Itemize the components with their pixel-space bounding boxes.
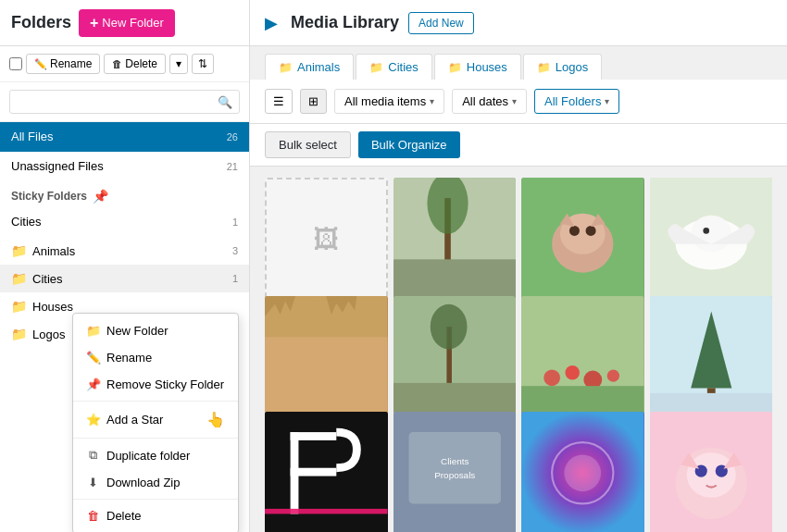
sidebar-item-unassigned[interactable]: Unassigned Files 21 <box>0 152 249 181</box>
tab-logos-label: Logos <box>556 60 588 74</box>
ctx-remove-sticky[interactable]: 📌 Remove Sticky Folder <box>73 371 238 398</box>
folder-label-cities: Cities <box>32 272 227 286</box>
ctx-download-zip[interactable]: ⬇ Download Zip <box>73 469 238 496</box>
all-folders-dropdown[interactable]: All Folders ▾ <box>534 89 619 114</box>
new-folder-button[interactable]: + New Folder <box>79 9 175 37</box>
search-wrap: 🔍 <box>9 90 240 114</box>
search-icon: 🔍 <box>218 95 232 109</box>
svg-point-12 <box>703 228 709 234</box>
new-folder-label: New Folder <box>102 16 163 30</box>
media-item[interactable] <box>521 296 644 419</box>
svg-text:Clients: Clients <box>441 456 468 466</box>
sort-arrow-button[interactable]: ▾ <box>169 54 188 74</box>
list-view-button[interactable]: ☰ <box>265 89 293 114</box>
svg-point-19 <box>543 370 560 387</box>
download-icon: ⬇ <box>86 476 99 489</box>
media-image <box>650 296 773 419</box>
media-image <box>265 296 388 419</box>
sidebar-item-all-files[interactable]: All Files 26 <box>0 122 249 152</box>
media-item[interactable] <box>650 412 773 532</box>
svg-rect-31 <box>291 467 337 476</box>
media-image <box>650 412 773 532</box>
sticky-cities-count: 1 <box>232 217 238 228</box>
delete-label: Delete <box>125 57 157 70</box>
tab-cities[interactable]: 📁 Cities <box>356 54 432 80</box>
tab-houses-label: Houses <box>467 60 507 74</box>
media-items-dropdown[interactable]: All media items ▾ <box>334 89 444 114</box>
grid-view-button[interactable]: ⊞ <box>300 89 327 114</box>
svg-point-39 <box>564 454 601 491</box>
media-items-label: All media items <box>344 94 426 108</box>
tab-animals-label: Animals <box>297 60 340 74</box>
tab-logos[interactable]: 📁 Logos <box>523 54 602 80</box>
folder-count-animals: 3 <box>232 245 238 256</box>
delete-button[interactable]: 🗑 Delete <box>104 54 166 74</box>
ctx-duplicate-label: Duplicate folder <box>106 449 190 463</box>
ctx-rename[interactable]: ✏️ Rename <box>73 344 238 371</box>
chevron-down-icon: ▾ <box>430 96 434 106</box>
wordpress-icon: ▶ <box>265 13 278 33</box>
search-input[interactable] <box>9 90 240 114</box>
action-row: Bulk select Bulk Organize <box>250 124 787 167</box>
folder-label-animals: Animals <box>32 244 227 258</box>
media-item[interactable] <box>265 412 388 532</box>
select-all-checkbox[interactable] <box>9 57 22 70</box>
bulk-select-button[interactable]: Bulk select <box>265 131 351 158</box>
context-menu: 📁 New Folder ✏️ Rename 📌 Remove Sticky F… <box>72 313 239 532</box>
tab-houses[interactable]: 📁 Houses <box>434 54 521 80</box>
toolbar-row: ☰ ⊞ All media items ▾ All dates ▾ All Fo… <box>250 80 787 124</box>
all-dates-dropdown[interactable]: All dates ▾ <box>452 89 527 114</box>
media-item[interactable]: 🖼 <box>265 178 388 301</box>
sort-order-button[interactable]: ⇅ <box>192 54 214 74</box>
duplicate-icon: ⧉ <box>86 448 99 463</box>
media-item[interactable]: Clients Proposals <box>394 412 517 532</box>
media-image <box>521 178 644 301</box>
sidebar-item-sticky-cities[interactable]: Cities 1 <box>0 207 249 237</box>
media-item[interactable] <box>265 296 388 419</box>
sidebar-toolbar: ✏️ Rename 🗑 Delete ▾ ⇅ <box>0 46 249 82</box>
ctx-separator3 <box>73 499 238 500</box>
all-dates-label: All dates <box>462 94 508 108</box>
svg-rect-3 <box>394 259 517 300</box>
media-image <box>521 412 644 532</box>
ctx-add-star-label: Add a Star <box>106 413 163 427</box>
rename-label: Rename <box>50 57 92 70</box>
folder-item-animals[interactable]: 📁 Animals 3 <box>0 237 249 265</box>
tab-cities-label: Cities <box>388 60 418 74</box>
folder-item-cities[interactable]: 📁 Cities 1 <box>0 265 249 292</box>
folder-tabs: 📁 Animals 📁 Cities 📁 Houses 📁 Logos <box>250 46 787 80</box>
rename-button[interactable]: ✏️ Rename <box>26 54 100 74</box>
unpin-icon: 📌 <box>86 377 99 391</box>
folder-count-cities: 1 <box>232 273 238 284</box>
ctx-delete[interactable]: 🗑 Delete <box>73 502 238 529</box>
ctx-separator <box>73 401 238 402</box>
folder-icon: 📁 <box>11 243 27 258</box>
chevron-down-icon: ▾ <box>512 96 517 106</box>
media-image <box>394 178 517 301</box>
ctx-separator2 <box>73 438 238 439</box>
ctx-duplicate[interactable]: ⧉ Duplicate folder <box>73 441 238 469</box>
bulk-organize-button[interactable]: Bulk Organize <box>358 131 460 158</box>
top-bar: Folders + New Folder ▶ Media Library Add… <box>0 0 787 46</box>
all-files-count: 26 <box>227 131 238 142</box>
tab-animals[interactable]: 📁 Animals <box>265 54 354 80</box>
media-item[interactable] <box>394 178 517 301</box>
ctx-add-star[interactable]: ⭐ Add a Star 👆 <box>73 404 238 435</box>
media-item[interactable] <box>650 296 773 419</box>
svg-point-20 <box>565 365 579 379</box>
trash-icon: 🗑 <box>112 58 122 69</box>
sticky-cities-label: Cities <box>11 215 232 229</box>
folder-plus-icon: 📁 <box>86 324 99 338</box>
add-new-button[interactable]: Add New <box>408 12 474 34</box>
media-item[interactable] <box>650 178 773 301</box>
sticky-folders-label: Sticky Folders <box>11 190 87 203</box>
ctx-rename-label: Rename <box>106 351 152 365</box>
tab-folder-icon: 📁 <box>537 61 551 74</box>
media-item[interactable] <box>521 178 644 301</box>
svg-rect-32 <box>265 509 388 514</box>
sticky-folders-header: Sticky Folders 📌 <box>0 181 249 207</box>
media-grid: 🖼 <box>250 167 787 532</box>
media-item[interactable] <box>521 412 644 532</box>
media-item[interactable] <box>394 296 517 419</box>
ctx-new-folder[interactable]: 📁 New Folder <box>73 317 238 344</box>
